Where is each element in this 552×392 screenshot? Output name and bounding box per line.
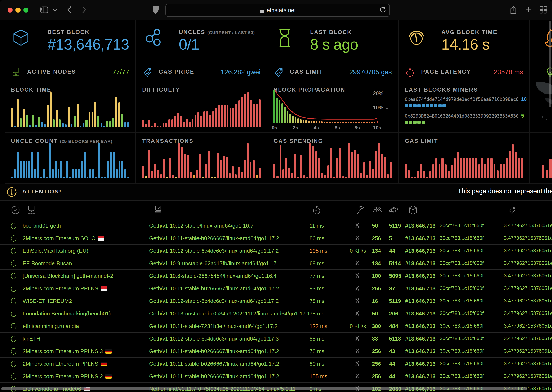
table-row[interactable]: eth.icanmining.ru aridiaGeth/v1.10.11-st…	[0, 320, 552, 333]
node-info-laptop-icon[interactable]	[153, 205, 163, 215]
chart-bar	[244, 93, 246, 127]
node-name[interactable]: EthSolo.MaxHash.org (EU)	[23, 248, 88, 254]
back-button[interactable]	[67, 6, 72, 14]
hashrate-value: 0 KH/s	[343, 323, 366, 329]
table-row[interactable]: kinΞTHGeth/v1.10.12-stable-6c4dc6c3/linu…	[0, 333, 552, 345]
block-cube-icon[interactable]	[408, 205, 417, 215]
share-icon[interactable]	[510, 6, 517, 14]
node-total-difficulty: 3.477962715376051e+22	[504, 260, 552, 266]
node-last-block: #13,646,713	[405, 285, 436, 292]
node-pin-icon[interactable]	[10, 323, 17, 330]
table-row[interactable]: bce-bnd01-gethGeth/v1.10.12-stable/linux…	[0, 220, 552, 232]
node-name[interactable]: EF-Bootnode-Busan	[23, 260, 72, 267]
table-row[interactable]: EF-Bootnode-BusanGeth/v1.10.9-unstable-6…	[0, 257, 552, 270]
chart-bar	[62, 123, 64, 127]
node-pin-icon[interactable]	[10, 336, 17, 342]
window-minimize-button[interactable]	[15, 7, 21, 13]
window-zoom-button[interactable]	[23, 7, 29, 13]
node-name[interactable]: Foundation Benchmarking(bench01)	[23, 310, 111, 317]
table-row[interactable]: 2Miners.com Ethereum PPLNS 3Geth/v1.10.1…	[0, 345, 552, 358]
chart-bar	[326, 121, 328, 123]
chart-bar	[68, 107, 70, 127]
chart-bar	[121, 114, 123, 127]
chart-bar	[336, 158, 338, 178]
horizontal-scrollbar[interactable]	[1, 387, 527, 390]
table-row[interactable]: WISE-ETHEREUM2Geth/v1.10.12-stable-6c4dc…	[0, 295, 552, 308]
node-name[interactable]: 2Miners.com Ethereum SOLO	[23, 235, 104, 242]
peers-people-icon[interactable]	[372, 205, 382, 214]
node-name[interactable]: bce-bnd01-geth	[23, 223, 61, 229]
node-pin-icon[interactable]	[10, 285, 17, 292]
node-peers: 134	[372, 248, 381, 254]
node-last-block: #13,646,713	[405, 223, 436, 229]
sidebar-icon[interactable]	[40, 6, 48, 13]
node-pin-icon[interactable]	[10, 348, 17, 355]
chart-bar	[324, 175, 326, 178]
vertical-scrollbar[interactable]	[549, 21, 551, 107]
chart-bar	[384, 157, 386, 178]
chart-bar	[148, 150, 150, 178]
node-pin-icon[interactable]	[10, 310, 17, 317]
uncles-tag-icon[interactable]	[508, 205, 517, 215]
table-row[interactable]: 2Miners.com Ethereum PPLNSGeth/v1.10.11-…	[0, 282, 552, 295]
address-bar[interactable]: ethstats.net	[165, 4, 390, 17]
node-computer-icon[interactable]	[27, 205, 36, 215]
not-mining-icon	[354, 260, 360, 266]
node-name[interactable]: 2Miners.com Ethereum PPLNS	[23, 361, 107, 367]
forward-button[interactable]	[81, 6, 87, 14]
miner-address[interactable]: 0xea674fdde714fd979de3edf0f56aa9716b898e…	[405, 97, 519, 102]
chart-bar	[369, 121, 370, 123]
pending-planet-icon[interactable]	[389, 205, 399, 214]
node-block-hash: 30ccf783...c15f660f	[440, 235, 484, 241]
node-pin-icon[interactable]	[10, 373, 17, 380]
status-check-icon[interactable]	[11, 205, 20, 215]
node-pin-icon[interactable]	[10, 298, 17, 305]
page-latency-value: 23578 ms	[494, 68, 523, 76]
chart-bar	[60, 161, 62, 178]
node-pin-icon[interactable]	[10, 260, 17, 267]
chart-bar	[355, 121, 357, 123]
chart-bar	[387, 175, 389, 178]
node-pending: 44	[389, 373, 395, 380]
chart-bar	[11, 177, 13, 178]
node-name[interactable]: WISE-ETHEREUM2	[23, 298, 72, 304]
table-row[interactable]: 2Miners.com Ethereum PPLNSGeth/v1.10.11-…	[0, 358, 552, 370]
node-version: Geth/v1.10.8-stable-26675454/linux-amd64…	[149, 273, 277, 279]
new-tab-icon[interactable]	[525, 6, 532, 14]
table-row[interactable]: EthSolo.MaxHash.org (EU)Geth/v1.10.12-st…	[0, 245, 552, 257]
node-pin-icon[interactable]	[10, 273, 17, 280]
node-total-difficulty: 3.477962715376051e+22	[504, 361, 552, 366]
shield-icon[interactable]	[152, 5, 159, 14]
node-name[interactable]: 2Miners.com Ethereum PPLNS	[23, 285, 107, 292]
chart-bar	[469, 158, 471, 178]
node-version: Geth/v1.10.11-stable-b0266667/linux-amd6…	[149, 285, 279, 292]
gas-limit-chart	[405, 143, 523, 178]
node-name[interactable]: 2Miners.com Ethereum PPLNS 2	[23, 373, 112, 380]
node-name[interactable]: 2Miners.com Ethereum PPLNS 3	[23, 348, 112, 355]
tab-overview-icon[interactable]	[539, 6, 547, 14]
node-pin-icon[interactable]	[10, 248, 17, 254]
node-pin-icon[interactable]	[10, 223, 17, 229]
chart-bar	[224, 105, 226, 127]
chart-bar	[238, 100, 240, 127]
node-pin-icon[interactable]	[10, 235, 17, 242]
table-row[interactable]: 2Miners.com Ethereum PPLNS 2Geth/v1.10.1…	[0, 370, 552, 383]
node-name[interactable]: kinΞTH	[23, 336, 40, 342]
chart-bar	[358, 121, 360, 123]
node-pending: 484	[389, 323, 398, 329]
latency-column-icon[interactable]	[312, 205, 322, 215]
table-row[interactable]: 2Miners.com Ethereum SOLOGeth/v1.10.11-s…	[0, 232, 552, 245]
hashrate-value: 0 KH/s	[343, 248, 366, 254]
chevron-down-icon[interactable]	[53, 9, 57, 12]
chart-bar	[215, 108, 217, 127]
table-row[interactable]: [Universa Blockchain] geth-mainnet-2Geth…	[0, 270, 552, 282]
node-name[interactable]: eth.icanmining.ru aridia	[23, 323, 79, 329]
node-name[interactable]: [Universa Blockchain] geth-mainnet-2	[23, 273, 113, 279]
miner-address[interactable]: 0x829BD824B016326A401d083B33D092293333A8…	[405, 113, 519, 119]
chart-bar	[287, 111, 288, 123]
mining-pickaxe-icon[interactable]	[355, 205, 364, 215]
window-close-button[interactable]	[7, 7, 13, 13]
node-pin-icon[interactable]	[10, 361, 17, 367]
reload-icon[interactable]	[380, 7, 386, 14]
table-row[interactable]: Foundation Benchmarking(bench01)Geth/v1.…	[0, 308, 552, 320]
